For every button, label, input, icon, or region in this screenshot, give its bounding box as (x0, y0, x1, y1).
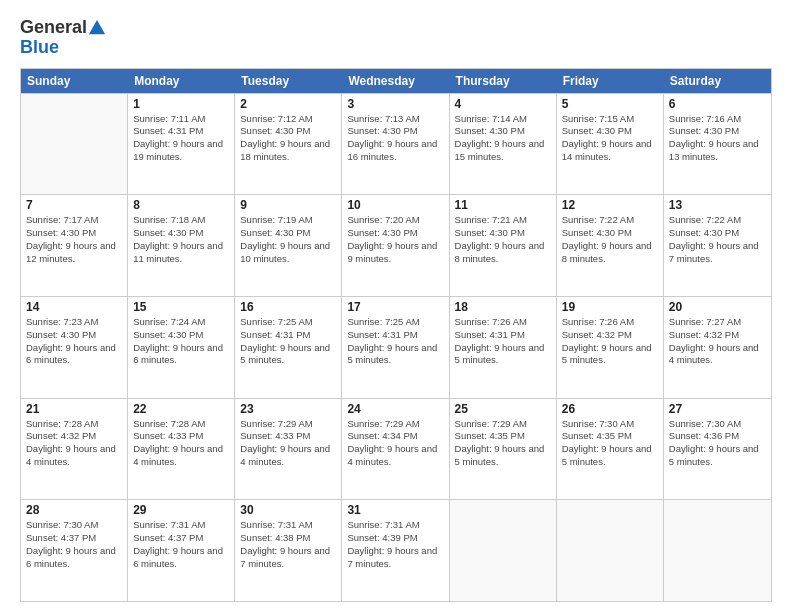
day-info: Sunrise: 7:18 AMSunset: 4:30 PMDaylight:… (133, 214, 229, 265)
weekday-header: Tuesday (235, 69, 342, 93)
day-info: Sunrise: 7:31 AMSunset: 4:38 PMDaylight:… (240, 519, 336, 570)
weekday-header: Monday (128, 69, 235, 93)
day-number: 23 (240, 402, 336, 416)
weekday-header: Saturday (664, 69, 771, 93)
logo-triangle-icon (88, 19, 106, 37)
calendar-cell (557, 500, 664, 601)
day-number: 8 (133, 198, 229, 212)
day-number: 19 (562, 300, 658, 314)
calendar-row: 7Sunrise: 7:17 AMSunset: 4:30 PMDaylight… (21, 194, 771, 296)
calendar-cell: 30Sunrise: 7:31 AMSunset: 4:38 PMDayligh… (235, 500, 342, 601)
calendar-cell: 10Sunrise: 7:20 AMSunset: 4:30 PMDayligh… (342, 195, 449, 296)
day-number: 16 (240, 300, 336, 314)
day-info: Sunrise: 7:22 AMSunset: 4:30 PMDaylight:… (669, 214, 766, 265)
day-info: Sunrise: 7:19 AMSunset: 4:30 PMDaylight:… (240, 214, 336, 265)
calendar-cell: 24Sunrise: 7:29 AMSunset: 4:34 PMDayligh… (342, 399, 449, 500)
calendar-cell: 14Sunrise: 7:23 AMSunset: 4:30 PMDayligh… (21, 297, 128, 398)
calendar-cell: 5Sunrise: 7:15 AMSunset: 4:30 PMDaylight… (557, 94, 664, 195)
day-number: 22 (133, 402, 229, 416)
day-number: 18 (455, 300, 551, 314)
day-number: 20 (669, 300, 766, 314)
day-info: Sunrise: 7:21 AMSunset: 4:30 PMDaylight:… (455, 214, 551, 265)
day-info: Sunrise: 7:27 AMSunset: 4:32 PMDaylight:… (669, 316, 766, 367)
calendar-cell: 28Sunrise: 7:30 AMSunset: 4:37 PMDayligh… (21, 500, 128, 601)
day-number: 10 (347, 198, 443, 212)
calendar-cell: 13Sunrise: 7:22 AMSunset: 4:30 PMDayligh… (664, 195, 771, 296)
calendar: SundayMondayTuesdayWednesdayThursdayFrid… (20, 68, 772, 602)
calendar-cell: 8Sunrise: 7:18 AMSunset: 4:30 PMDaylight… (128, 195, 235, 296)
calendar-cell: 25Sunrise: 7:29 AMSunset: 4:35 PMDayligh… (450, 399, 557, 500)
day-number: 3 (347, 97, 443, 111)
calendar-cell: 6Sunrise: 7:16 AMSunset: 4:30 PMDaylight… (664, 94, 771, 195)
day-info: Sunrise: 7:28 AMSunset: 4:33 PMDaylight:… (133, 418, 229, 469)
day-number: 26 (562, 402, 658, 416)
day-info: Sunrise: 7:25 AMSunset: 4:31 PMDaylight:… (347, 316, 443, 367)
day-info: Sunrise: 7:14 AMSunset: 4:30 PMDaylight:… (455, 113, 551, 164)
calendar-row: 1Sunrise: 7:11 AMSunset: 4:31 PMDaylight… (21, 93, 771, 195)
day-number: 9 (240, 198, 336, 212)
day-number: 27 (669, 402, 766, 416)
day-info: Sunrise: 7:20 AMSunset: 4:30 PMDaylight:… (347, 214, 443, 265)
day-info: Sunrise: 7:29 AMSunset: 4:34 PMDaylight:… (347, 418, 443, 469)
day-number: 24 (347, 402, 443, 416)
day-number: 15 (133, 300, 229, 314)
calendar-cell: 11Sunrise: 7:21 AMSunset: 4:30 PMDayligh… (450, 195, 557, 296)
day-info: Sunrise: 7:28 AMSunset: 4:32 PMDaylight:… (26, 418, 122, 469)
calendar-cell: 19Sunrise: 7:26 AMSunset: 4:32 PMDayligh… (557, 297, 664, 398)
calendar-cell: 15Sunrise: 7:24 AMSunset: 4:30 PMDayligh… (128, 297, 235, 398)
calendar-cell (664, 500, 771, 601)
day-info: Sunrise: 7:24 AMSunset: 4:30 PMDaylight:… (133, 316, 229, 367)
calendar-cell: 20Sunrise: 7:27 AMSunset: 4:32 PMDayligh… (664, 297, 771, 398)
calendar-cell: 16Sunrise: 7:25 AMSunset: 4:31 PMDayligh… (235, 297, 342, 398)
day-info: Sunrise: 7:30 AMSunset: 4:36 PMDaylight:… (669, 418, 766, 469)
day-info: Sunrise: 7:31 AMSunset: 4:39 PMDaylight:… (347, 519, 443, 570)
day-info: Sunrise: 7:16 AMSunset: 4:30 PMDaylight:… (669, 113, 766, 164)
day-info: Sunrise: 7:12 AMSunset: 4:30 PMDaylight:… (240, 113, 336, 164)
day-number: 25 (455, 402, 551, 416)
day-number: 28 (26, 503, 122, 517)
calendar-cell (450, 500, 557, 601)
calendar-header: SundayMondayTuesdayWednesdayThursdayFrid… (21, 69, 771, 93)
calendar-body: 1Sunrise: 7:11 AMSunset: 4:31 PMDaylight… (21, 93, 771, 601)
day-number: 17 (347, 300, 443, 314)
day-info: Sunrise: 7:26 AMSunset: 4:32 PMDaylight:… (562, 316, 658, 367)
calendar-cell: 21Sunrise: 7:28 AMSunset: 4:32 PMDayligh… (21, 399, 128, 500)
calendar-cell: 22Sunrise: 7:28 AMSunset: 4:33 PMDayligh… (128, 399, 235, 500)
logo-general: General (20, 18, 87, 38)
day-info: Sunrise: 7:23 AMSunset: 4:30 PMDaylight:… (26, 316, 122, 367)
calendar-cell: 3Sunrise: 7:13 AMSunset: 4:30 PMDaylight… (342, 94, 449, 195)
calendar-cell: 26Sunrise: 7:30 AMSunset: 4:35 PMDayligh… (557, 399, 664, 500)
day-info: Sunrise: 7:30 AMSunset: 4:37 PMDaylight:… (26, 519, 122, 570)
calendar-cell: 23Sunrise: 7:29 AMSunset: 4:33 PMDayligh… (235, 399, 342, 500)
day-number: 1 (133, 97, 229, 111)
calendar-cell: 7Sunrise: 7:17 AMSunset: 4:30 PMDaylight… (21, 195, 128, 296)
day-number: 29 (133, 503, 229, 517)
calendar-cell: 29Sunrise: 7:31 AMSunset: 4:37 PMDayligh… (128, 500, 235, 601)
day-info: Sunrise: 7:13 AMSunset: 4:30 PMDaylight:… (347, 113, 443, 164)
day-info: Sunrise: 7:26 AMSunset: 4:31 PMDaylight:… (455, 316, 551, 367)
calendar-cell: 12Sunrise: 7:22 AMSunset: 4:30 PMDayligh… (557, 195, 664, 296)
calendar-cell: 27Sunrise: 7:30 AMSunset: 4:36 PMDayligh… (664, 399, 771, 500)
day-info: Sunrise: 7:29 AMSunset: 4:35 PMDaylight:… (455, 418, 551, 469)
weekday-header: Wednesday (342, 69, 449, 93)
svg-marker-0 (89, 20, 105, 34)
logo-text: GeneralBlue (20, 18, 106, 58)
day-info: Sunrise: 7:17 AMSunset: 4:30 PMDaylight:… (26, 214, 122, 265)
day-number: 12 (562, 198, 658, 212)
calendar-cell: 2Sunrise: 7:12 AMSunset: 4:30 PMDaylight… (235, 94, 342, 195)
day-info: Sunrise: 7:15 AMSunset: 4:30 PMDaylight:… (562, 113, 658, 164)
day-info: Sunrise: 7:30 AMSunset: 4:35 PMDaylight:… (562, 418, 658, 469)
weekday-header: Thursday (450, 69, 557, 93)
day-number: 7 (26, 198, 122, 212)
day-info: Sunrise: 7:22 AMSunset: 4:30 PMDaylight:… (562, 214, 658, 265)
day-info: Sunrise: 7:29 AMSunset: 4:33 PMDaylight:… (240, 418, 336, 469)
calendar-cell: 31Sunrise: 7:31 AMSunset: 4:39 PMDayligh… (342, 500, 449, 601)
day-info: Sunrise: 7:25 AMSunset: 4:31 PMDaylight:… (240, 316, 336, 367)
logo: GeneralBlue (20, 18, 106, 58)
day-number: 13 (669, 198, 766, 212)
day-info: Sunrise: 7:31 AMSunset: 4:37 PMDaylight:… (133, 519, 229, 570)
day-number: 6 (669, 97, 766, 111)
weekday-header: Sunday (21, 69, 128, 93)
calendar-cell (21, 94, 128, 195)
day-info: Sunrise: 7:11 AMSunset: 4:31 PMDaylight:… (133, 113, 229, 164)
